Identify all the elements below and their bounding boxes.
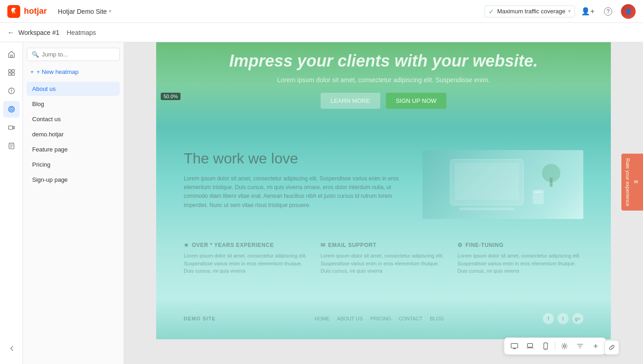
svg-point-6: [11, 92, 11, 92]
site-teal-section: The work we love Lorem ipsum dolor sit a…: [156, 127, 611, 298]
feature-body-0: Lorem ipsum dolor sit amet, consectetur …: [184, 252, 310, 275]
feature-icon-1: ✉: [321, 242, 326, 248]
sign-up-button[interactable]: SIGN UP NOW: [386, 93, 447, 109]
work-body: Lorem ipsum dolor sit amet, consectetur …: [184, 174, 404, 210]
new-heatmap-button[interactable]: + + New heatmap: [27, 66, 120, 78]
feature-col-1: ✉ EMAIL SUPPORT Lorem ipsum dolor sit am…: [321, 242, 446, 275]
hero-subtitle: Lorem ipsum dolor sit amet, consectetur …: [175, 76, 592, 84]
footer-nav: HOME ABOUT US PRICING CONTACT BLOG: [315, 316, 444, 321]
link-copy-button[interactable]: [604, 340, 619, 355]
toolbar-settings-button[interactable]: [557, 340, 572, 353]
site-selector[interactable]: Hotjar Demo Site ▾: [54, 6, 115, 17]
rate-label: Rate your experience: [625, 158, 631, 206]
add-user-button[interactable]: 👤+: [581, 4, 595, 19]
site-green-section: 50.0% Impress your clients with your web…: [156, 42, 611, 127]
footer-nav-blog[interactable]: BLOG: [430, 316, 444, 321]
page-item-feature-page[interactable]: Feature page: [27, 142, 120, 157]
svg-rect-16: [533, 191, 544, 204]
sidebar-icon-recordings[interactable]: [3, 119, 20, 136]
svg-rect-12: [455, 163, 519, 200]
topnav-right-section: ✓ Maximum traffic coverage ▾ 👤+ ? 👤: [485, 4, 636, 19]
workspace-link[interactable]: Workspace #1: [18, 29, 59, 36]
social-facebook[interactable]: f: [543, 313, 554, 324]
page-item-sign-up[interactable]: Sign-up page: [27, 173, 120, 187]
page-item-blog[interactable]: Blog: [27, 97, 120, 111]
sidebar-icon-collapse[interactable]: [3, 340, 20, 357]
hotjar-logo[interactable]: hotjar: [7, 5, 47, 18]
breadcrumb-bar: ← Workspace #1 Heatmaps: [0, 23, 643, 42]
svg-rect-3: [8, 73, 11, 75]
sidebar-icon-grid[interactable]: [3, 64, 20, 81]
svg-rect-18: [511, 343, 518, 348]
toolbar-laptop-button[interactable]: [523, 340, 537, 353]
back-icon: ←: [7, 28, 15, 37]
page-item-pricing[interactable]: Pricing: [27, 157, 120, 172]
main-layout: 🔍 + + New heatmap About us Blog Contact …: [0, 42, 643, 364]
heatmap-preview: 50.0% Impress your clients with your web…: [156, 42, 611, 339]
svg-point-9: [11, 109, 12, 110]
page-item-contact-us[interactable]: Contact us: [27, 112, 120, 126]
site-chevron: ▾: [109, 8, 112, 14]
svg-rect-4: [11, 73, 14, 75]
feature-body-2: Lorem ipsum dolor sit amet, consectetur …: [457, 252, 583, 275]
social-twitter[interactable]: t: [558, 313, 569, 324]
back-button[interactable]: ←: [7, 28, 15, 37]
page-item-about-us[interactable]: About us: [27, 82, 120, 96]
svg-rect-19: [527, 343, 532, 347]
work-image: [423, 150, 583, 219]
search-box[interactable]: 🔍: [27, 48, 120, 61]
avatar[interactable]: 👤: [621, 4, 636, 19]
sidebar-bottom: [3, 336, 20, 360]
feature-icon-0: ★: [184, 242, 189, 248]
toolbar-expand-button[interactable]: [588, 340, 603, 353]
avatar-initials: 👤: [621, 4, 636, 19]
new-heatmap-plus: +: [30, 68, 34, 75]
traffic-coverage-badge[interactable]: ✓ Maximum traffic coverage ▾: [485, 6, 575, 17]
footer-nav-pricing[interactable]: PRICING: [370, 316, 391, 321]
check-icon: ✓: [489, 8, 494, 15]
footer-nav-home[interactable]: HOME: [315, 316, 330, 321]
work-text: The work we love Lorem ipsum dolor sit a…: [184, 150, 404, 219]
help-icon: ?: [604, 7, 612, 16]
work-image-inner: [423, 150, 583, 219]
footer-nav-contact[interactable]: CONTACT: [399, 316, 423, 321]
feature-col-2: ⚙ FINE-TUNING Lorem ipsum dolor sit amet…: [457, 242, 583, 275]
social-google-plus[interactable]: g+: [572, 313, 583, 324]
toolbar-mobile-button[interactable]: [538, 340, 553, 353]
svg-rect-1: [8, 70, 11, 72]
footer-logo: DEMO SITE: [184, 316, 216, 321]
rate-experience-container: ✉ Rate your experience: [621, 153, 643, 211]
feature-body-1: Lorem ipsum dolor sit amet, consectetur …: [321, 252, 446, 275]
search-input[interactable]: [42, 51, 115, 58]
svg-point-17: [533, 190, 544, 193]
footer-nav-about[interactable]: ABOUT US: [337, 316, 363, 321]
new-heatmap-label: + New heatmap: [37, 68, 79, 75]
icon-sidebar: [0, 42, 23, 364]
feature-title-2: ⚙ FINE-TUNING: [457, 242, 583, 248]
work-title: The work we love: [184, 150, 404, 167]
feature-title-0: ★ OVER * YEARS EXPERIENCE: [184, 242, 310, 248]
sidebar-icon-insights[interactable]: [3, 83, 20, 99]
footer-social: f t g+: [543, 313, 583, 324]
svg-rect-15: [550, 178, 553, 187]
svg-rect-2: [11, 70, 14, 72]
work-illustration: [423, 150, 583, 219]
feature-title-1: ✉ EMAIL SUPPORT: [321, 242, 446, 248]
help-button[interactable]: ?: [601, 4, 615, 19]
bottom-toolbar: [504, 337, 606, 355]
site-name: Hotjar Demo Site: [58, 8, 107, 15]
toolbar-separator-1: [555, 342, 555, 351]
svg-point-22: [564, 345, 566, 347]
heat-percentage-badge: 50.0%: [161, 93, 180, 100]
page-item-demo-hotjar[interactable]: demo.hotjar: [27, 127, 120, 141]
rate-experience-tab[interactable]: ✉ Rate your experience: [621, 153, 643, 211]
sidebar-icon-home[interactable]: [3, 46, 20, 62]
features-row: ★ OVER * YEARS EXPERIENCE Lorem ipsum do…: [184, 242, 583, 275]
sidebar-icon-surveys[interactable]: [3, 138, 20, 154]
toolbar-filter-button[interactable]: [573, 340, 587, 353]
toolbar-desktop-button[interactable]: [507, 340, 522, 353]
main-content[interactable]: 50.0% Impress your clients with your web…: [124, 42, 643, 364]
logo-text: hotjar: [24, 6, 47, 16]
sidebar-icon-heatmaps[interactable]: [3, 101, 20, 118]
learn-more-button[interactable]: LEARN MORE: [321, 93, 380, 109]
